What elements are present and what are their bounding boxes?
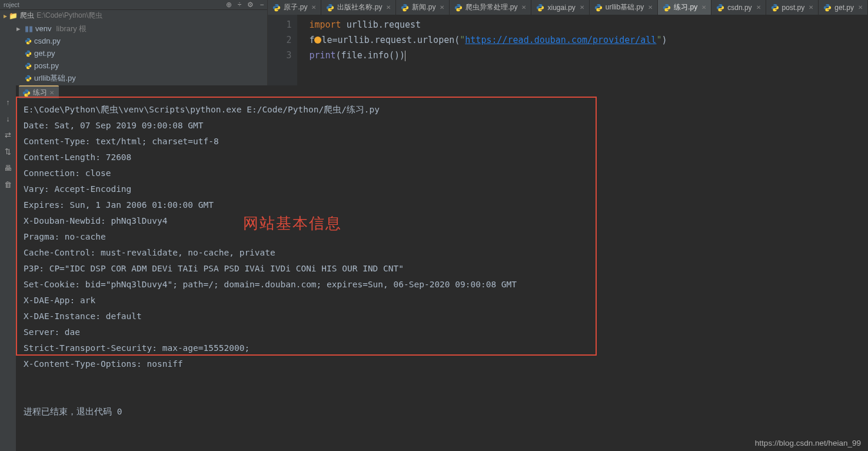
annotation-label: 网站基本信息: [243, 213, 342, 234]
python-icon: [594, 4, 603, 12]
tree-item-hint: library 根: [56, 24, 87, 34]
tree-file[interactable]: post.py: [0, 59, 267, 72]
project-panel-title: roject: [4, 1, 226, 8]
keyword: import: [309, 19, 341, 30]
folder-icon: ▮▮: [25, 24, 33, 33]
console-tool-0[interactable]: ↑: [4, 97, 13, 107]
code-token: =urllib.request.urlopen(: [332, 35, 460, 45]
editor-tab-label: urllib基础.py: [606, 2, 644, 12]
python-icon: [22, 89, 31, 97]
code-editor[interactable]: 1 2 3 import urllib.request fle=urllib.r…: [268, 15, 868, 85]
breadcrumb-path: E:\Code\Python\爬虫: [36, 11, 102, 21]
tree-file[interactable]: csdn.py: [0, 35, 267, 47]
caret: [405, 51, 405, 61]
close-icon[interactable]: ✕: [756, 4, 761, 11]
editor-tab[interactable]: urllib基础.py✕: [590, 0, 658, 15]
python-icon: [25, 62, 32, 69]
python-icon: [771, 4, 779, 12]
editor-area: 原子.py✕出版社名称.py✕新闻.py✕爬虫异常处理.py✕xiugai.py…: [267, 0, 868, 85]
python-icon: [25, 75, 32, 82]
code-token: (: [336, 50, 341, 61]
python-icon: [272, 4, 281, 12]
editor-tab-label: 出版社名称.py: [337, 2, 382, 12]
editor-tab[interactable]: 新闻.py✕: [396, 0, 450, 15]
python-icon: [25, 38, 32, 45]
code-token: ): [661, 35, 667, 45]
python-icon: [536, 4, 544, 12]
console-tool-3[interactable]: ⇅: [4, 147, 13, 156]
editor-tab[interactable]: csdn.py✕: [711, 0, 766, 15]
editor-tab[interactable]: 爬虫异常处理.py✕: [450, 0, 531, 15]
console-tool-1[interactable]: ↓: [4, 114, 13, 123]
close-icon[interactable]: ✕: [386, 4, 391, 11]
minimize-icon[interactable]: −: [260, 1, 264, 9]
editor-tab[interactable]: 原子.py✕: [268, 0, 321, 15]
editor-tab[interactable]: 出版社名称.py✕: [321, 0, 396, 15]
editor-tab[interactable]: get.py✕: [819, 0, 868, 15]
gear-icon[interactable]: ⚙: [247, 1, 254, 9]
project-panel: roject ⊕ ÷ ⚙ − ▸ 📁 爬虫 E:\Code\Python\爬虫 …: [0, 0, 267, 85]
editor-tab-label: get.py: [834, 4, 854, 12]
python-icon: [454, 4, 463, 12]
builtin: print: [309, 50, 335, 61]
line-number: 3: [268, 48, 291, 63]
close-icon[interactable]: ✕: [311, 4, 316, 11]
tree-file[interactable]: get.py: [0, 47, 267, 59]
editor-tabs: 原子.py✕出版社名称.py✕新闻.py✕爬虫异常处理.py✕xiugai.py…: [268, 0, 868, 15]
project-panel-header: roject ⊕ ÷ ⚙ −: [0, 0, 267, 10]
code-token: f: [309, 35, 314, 45]
close-icon[interactable]: ✕: [580, 4, 584, 11]
console-tab-label: 练习: [33, 88, 47, 98]
console-tool-5[interactable]: 🗑: [4, 180, 13, 189]
split-icon[interactable]: ÷: [238, 1, 242, 9]
console-output[interactable]: E:\Code\Python\爬虫\venv\Scripts\python.ex…: [16, 98, 868, 451]
close-icon[interactable]: ✕: [521, 4, 526, 11]
python-icon: [25, 50, 32, 57]
editor-tab[interactable]: xiugai.py✕: [531, 0, 589, 15]
gutter: 1 2 3: [268, 15, 297, 85]
editor-tab-label: 练习.py: [674, 2, 697, 12]
editor-tab-label: 新闻.py: [412, 2, 435, 12]
folder-icon: ▸ 📁: [4, 12, 18, 20]
console-toolbar: ↑↓⇄⇅🖶🗑: [0, 85, 16, 451]
tree-folder-venv[interactable]: ▸ ▮▮ venv library 根: [0, 22, 267, 35]
close-icon[interactable]: ✕: [440, 4, 444, 11]
close-icon[interactable]: ✕: [809, 4, 813, 11]
editor-tab-label: post.py: [782, 4, 805, 12]
tree-item-label: post.py: [34, 61, 59, 70]
close-icon[interactable]: ✕: [49, 89, 54, 96]
tree-file[interactable]: urllib基础.py: [0, 72, 267, 84]
line-number: 1: [268, 17, 291, 32]
python-icon: [663, 4, 671, 12]
watermark: https://blog.csdn.net/heian_99: [755, 439, 861, 447]
console-tabs: 练习 ✕: [16, 85, 868, 98]
tree-item-label: venv: [35, 24, 51, 33]
code-token: ): [400, 50, 405, 61]
editor-tab-label: 原子.py: [284, 2, 307, 12]
python-icon: [716, 4, 724, 12]
console-panel: ↑↓⇄⇅🖶🗑 练习 ✕ E:\Code\Python\爬虫\venv\Scrip…: [0, 85, 868, 451]
tree-item-label: csdn.py: [34, 37, 61, 45]
bulb-icon[interactable]: [314, 37, 321, 44]
code-text[interactable]: import urllib.request fle=urllib.request…: [297, 15, 868, 85]
python-icon: [401, 4, 409, 12]
chevron-right-icon[interactable]: ▸: [16, 24, 22, 33]
tree-item-label: urllib基础.py: [34, 73, 76, 84]
console-tool-4[interactable]: 🖶: [4, 163, 13, 173]
close-icon[interactable]: ✕: [648, 4, 653, 11]
target-icon[interactable]: ⊕: [226, 1, 232, 9]
project-tree: ▸ ▮▮ venv library 根 csdn.pyget.pypost.py…: [0, 21, 267, 85]
python-icon: [326, 4, 334, 12]
url-link[interactable]: https://read.douban.com/provider/all: [465, 35, 656, 45]
editor-tab-label: 爬虫异常处理.py: [465, 2, 517, 12]
close-icon[interactable]: ✕: [858, 4, 863, 11]
editor-tab[interactable]: post.py✕: [766, 0, 819, 15]
console-tool-2[interactable]: ⇄: [4, 130, 13, 140]
editor-tab[interactable]: 练习.py✕: [658, 0, 711, 15]
console-tab-active[interactable]: 练习 ✕: [19, 85, 59, 98]
breadcrumb-root[interactable]: 爬虫: [20, 11, 34, 21]
close-icon[interactable]: ✕: [701, 4, 706, 11]
line-number: 2: [268, 32, 291, 48]
tree-item-label: get.py: [34, 49, 55, 58]
python-icon: [823, 4, 832, 12]
